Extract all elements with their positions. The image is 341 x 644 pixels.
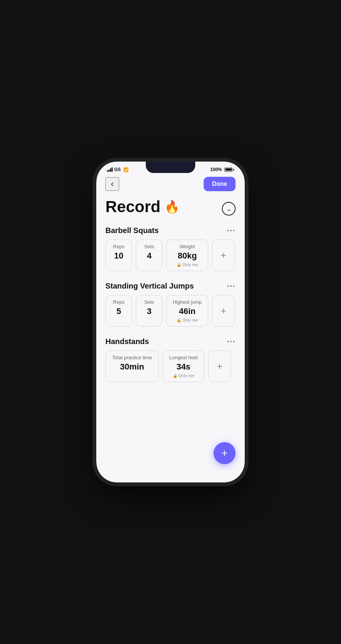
page-title-row: Record 🔥 ⌄	[105, 199, 236, 216]
exercise-name-barbell-squats: Barbell Squats	[105, 226, 159, 235]
metric-cards-handstands: Total practice time 30min Longest hold 3…	[105, 351, 236, 382]
metric-cards-barbell-squats: Reps 10 Sets 4 Weight 80kg 🔒 Only me	[105, 240, 236, 271]
highest-jump-private: 🔒 Only me	[177, 318, 198, 322]
add-metric-button-handstands[interactable]: +	[208, 351, 231, 382]
screen-content: ‹ Done Record 🔥 ⌄ Barbell Squats ···	[96, 174, 245, 478]
exercise-name-vertical-jumps: Standing Vertical Jumps	[105, 282, 194, 290]
reps-value-jumps: 5	[116, 306, 121, 316]
exercise-header-vertical-jumps: Standing Vertical Jumps ···	[105, 282, 236, 290]
sets-label-jumps: Sets	[144, 299, 154, 305]
lock-icon: 🔒	[177, 263, 181, 267]
plus-icon-handstands: +	[217, 360, 222, 372]
longest-hold-value: 34s	[177, 362, 191, 372]
highest-jump-value: 46in	[179, 306, 196, 316]
plus-icon-jumps: +	[220, 305, 226, 317]
page-title: Record 🔥	[105, 199, 180, 215]
exercise-section-vertical-jumps: Standing Vertical Jumps ··· Reps 5 Sets …	[105, 282, 236, 327]
exercise-section-barbell-squats: Barbell Squats ··· Reps 10 Sets 4 Weight…	[105, 226, 236, 271]
status-left: GS 📶	[107, 167, 129, 172]
carrier-label: GS	[114, 167, 121, 172]
highest-jump-private-label: Only me	[182, 318, 198, 322]
sets-label: Sets	[144, 244, 154, 249]
longest-hold-private: 🔒 Only me	[173, 373, 194, 378]
notch	[146, 162, 195, 173]
weight-private: 🔒 Only me	[177, 262, 198, 267]
practice-time-label: Total practice time	[112, 355, 152, 360]
metric-card-sets-jumps[interactable]: Sets 3	[136, 295, 163, 327]
sets-value: 4	[147, 251, 151, 261]
back-button[interactable]: ‹	[105, 177, 119, 191]
weight-value: 80kg	[178, 251, 197, 261]
more-button-barbell-squats[interactable]: ···	[227, 226, 236, 235]
exercise-header-handstands: Handstands ···	[105, 337, 236, 346]
reps-value: 10	[114, 251, 123, 261]
metric-card-highest-jump[interactable]: Highest jump 46in 🔒 Only me	[166, 295, 208, 327]
metric-card-reps-jumps[interactable]: Reps 5	[105, 295, 132, 327]
reps-label-jumps: Reps	[113, 299, 124, 305]
longest-hold-private-label: Only me	[178, 373, 194, 378]
collapse-button[interactable]: ⌄	[222, 202, 236, 216]
done-button[interactable]: Done	[204, 177, 236, 191]
battery-percentage: 100%	[210, 167, 222, 172]
highest-jump-label: Highest jump	[173, 299, 202, 305]
status-right: 100%	[210, 167, 234, 172]
signal-bars-icon	[107, 167, 113, 172]
lock-icon-jump: 🔒	[177, 318, 181, 322]
plus-icon: +	[220, 249, 226, 261]
lock-icon-hold: 🔒	[173, 374, 177, 378]
metric-cards-vertical-jumps: Reps 5 Sets 3 Highest jump 46in 🔒 Only m…	[105, 295, 236, 327]
phone-frame: GS 📶 100% ‹ Done	[96, 162, 245, 482]
weight-private-label: Only me	[182, 262, 198, 267]
battery-icon	[224, 168, 234, 172]
top-nav: ‹ Done	[105, 177, 236, 191]
more-button-handstands[interactable]: ···	[227, 337, 236, 346]
metric-card-weight[interactable]: Weight 80kg 🔒 Only me	[166, 240, 208, 271]
weight-label: Weight	[180, 244, 195, 249]
add-metric-button-jumps[interactable]: +	[212, 295, 235, 327]
metric-card-sets[interactable]: Sets 4	[136, 240, 163, 271]
longest-hold-label: Longest hold	[169, 355, 198, 360]
more-button-vertical-jumps[interactable]: ···	[227, 282, 236, 290]
record-title: Record	[105, 199, 161, 215]
phone-screen: GS 📶 100% ‹ Done	[96, 162, 245, 482]
fire-emoji: 🔥	[164, 200, 180, 214]
exercise-section-handstands: Handstands ··· Total practice time 30min…	[105, 337, 236, 382]
exercise-name-handstands: Handstands	[105, 337, 149, 346]
add-metric-button-squats[interactable]: +	[212, 240, 235, 271]
metric-card-reps[interactable]: Reps 10	[105, 240, 132, 271]
fab-add-button[interactable]: +	[214, 442, 236, 464]
fab-plus-icon: +	[221, 447, 228, 459]
metric-card-longest-hold[interactable]: Longest hold 34s 🔒 Only me	[163, 351, 204, 382]
exercise-header-barbell-squats: Barbell Squats ···	[105, 226, 236, 235]
wifi-icon: 📶	[123, 167, 129, 172]
practice-time-value: 30min	[120, 362, 144, 372]
sets-value-jumps: 3	[147, 306, 151, 316]
metric-card-practice-time[interactable]: Total practice time 30min	[105, 351, 159, 382]
chevron-down-icon: ⌄	[226, 205, 231, 213]
reps-label: Reps	[113, 244, 124, 249]
